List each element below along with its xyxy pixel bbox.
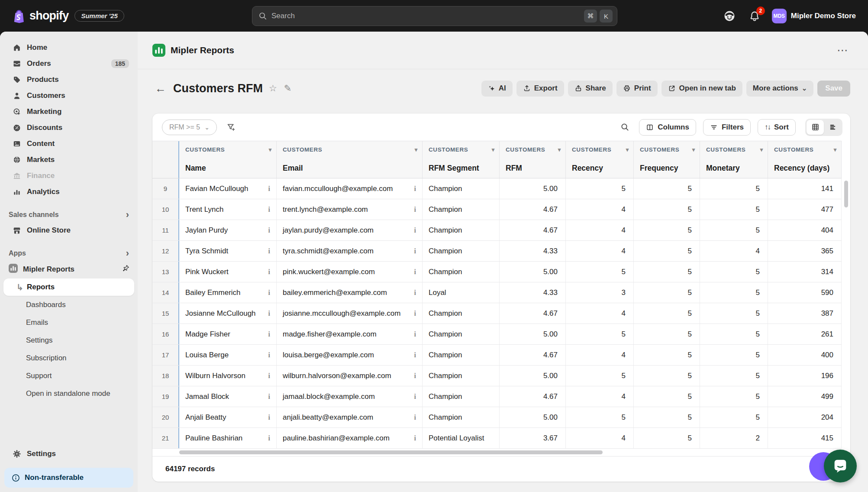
name-cell[interactable]: Louisa Bergei bbox=[178, 345, 277, 365]
column-group-email[interactable]: CUSTOMERS▾ bbox=[277, 141, 423, 158]
rfm-segment-cell[interactable]: Champion bbox=[423, 262, 500, 282]
rfm-cell[interactable]: 4.33 bbox=[500, 282, 566, 303]
search-input[interactable]: Search ⌘ K bbox=[252, 6, 617, 26]
open-new-tab-button[interactable]: Open in new tab bbox=[661, 81, 742, 97]
sidebar-item-marketing[interactable]: Marketing bbox=[3, 104, 134, 120]
sidebar-app-mipler-reports[interactable]: Mipler Reports bbox=[0, 261, 138, 278]
sidebar-item-orders[interactable]: Orders 185 bbox=[3, 55, 134, 71]
back-button[interactable]: ← bbox=[152, 82, 171, 95]
name-cell[interactable]: Josianne McCulloughi bbox=[178, 303, 277, 324]
frequency-cell[interactable]: 5 bbox=[634, 199, 700, 220]
column-header-recency-days[interactable]: Recency (days) bbox=[768, 158, 842, 178]
frequency-cell[interactable]: 5 bbox=[634, 324, 700, 344]
info-icon[interactable]: i bbox=[414, 268, 416, 276]
rfm-segment-cell[interactable]: Champion bbox=[423, 324, 500, 344]
column-group-rfm[interactable]: CUSTOMERS▾ bbox=[500, 141, 566, 158]
recency-cell[interactable]: 4 bbox=[566, 303, 634, 324]
sidebar-item-content[interactable]: Content bbox=[3, 136, 134, 152]
name-cell[interactable]: Anjali Beattyi bbox=[178, 407, 277, 427]
filter-chip-rfm[interactable]: RFM >= 5 ⌄ bbox=[162, 120, 217, 135]
save-button[interactable]: Save bbox=[817, 81, 850, 97]
favorite-star-button[interactable]: ☆ bbox=[265, 83, 281, 94]
monetary-cell[interactable]: 5 bbox=[700, 324, 768, 344]
recency-cell[interactable]: 5 bbox=[566, 178, 634, 199]
frequency-cell[interactable]: 5 bbox=[634, 428, 700, 448]
more-menu-button[interactable]: ⋯ bbox=[837, 44, 849, 57]
sidebar-item-products[interactable]: Products bbox=[3, 71, 134, 87]
sidebar-item-analytics[interactable]: Analytics bbox=[3, 184, 134, 200]
monetary-cell[interactable]: 4 bbox=[700, 241, 768, 261]
email-cell[interactable]: jamaal.block@example.comi bbox=[277, 386, 423, 407]
store-menu[interactable]: MDS Mipler Demo Store bbox=[772, 9, 856, 23]
export-button[interactable]: Export bbox=[516, 81, 564, 97]
name-cell[interactable]: Jamaal Blocki bbox=[178, 386, 277, 407]
email-cell[interactable]: tyra.schmidt@example.comi bbox=[277, 241, 423, 261]
email-cell[interactable]: wilburn.halvorson@example.comi bbox=[277, 366, 423, 386]
apps-section[interactable]: Apps › bbox=[0, 246, 138, 261]
monetary-cell[interactable]: 2 bbox=[700, 428, 768, 448]
columns-button[interactable]: Columns bbox=[639, 119, 696, 136]
table-search-button[interactable] bbox=[617, 120, 632, 135]
share-button[interactable]: Share bbox=[568, 81, 613, 97]
name-cell[interactable]: Favian McCulloughi bbox=[178, 178, 277, 199]
info-icon[interactable]: i bbox=[414, 414, 416, 421]
sidebar-item-online-store[interactable]: Online Store bbox=[3, 222, 134, 238]
rfm-segment-cell[interactable]: Champion bbox=[423, 178, 500, 199]
add-filter-button[interactable] bbox=[224, 120, 239, 135]
recency-cell[interactable]: 4 bbox=[566, 241, 634, 261]
info-icon[interactable]: i bbox=[414, 351, 416, 359]
recency-cell[interactable]: 4 bbox=[566, 386, 634, 407]
monetary-cell[interactable]: 5 bbox=[700, 407, 768, 427]
sales-channels-section[interactable]: Sales channels › bbox=[0, 207, 138, 222]
recency-days-cell[interactable]: 499 bbox=[768, 386, 842, 407]
info-icon[interactable]: i bbox=[414, 434, 416, 442]
rfm-cell[interactable]: 5.00 bbox=[500, 366, 566, 386]
frequency-cell[interactable]: 5 bbox=[634, 282, 700, 303]
info-icon[interactable]: i bbox=[268, 351, 270, 359]
recency-cell[interactable]: 4 bbox=[566, 428, 634, 448]
sidebar-item-settings[interactable]: Settings bbox=[3, 446, 134, 462]
email-cell[interactable]: jaylan.purdy@example.comi bbox=[277, 220, 423, 240]
recency-cell[interactable]: 5 bbox=[566, 366, 634, 386]
sidebar-subitem-reports[interactable]: ↳ Reports bbox=[3, 278, 134, 296]
shopify-logo[interactable]: shopify bbox=[11, 8, 68, 24]
monetary-cell[interactable]: 5 bbox=[700, 345, 768, 365]
info-icon[interactable]: i bbox=[268, 206, 270, 214]
name-cell[interactable]: Pauline Bashiriani bbox=[178, 428, 277, 448]
column-header-monetary[interactable]: Monetary bbox=[700, 158, 768, 178]
recency-cell[interactable]: 5 bbox=[566, 262, 634, 282]
frequency-cell[interactable]: 5 bbox=[634, 303, 700, 324]
notifications-button[interactable]: 2 bbox=[747, 8, 762, 24]
monetary-cell[interactable]: 5 bbox=[700, 199, 768, 220]
chat-launcher-button[interactable] bbox=[824, 450, 857, 482]
column-header-frequency[interactable]: Frequency bbox=[634, 158, 700, 178]
rfm-segment-cell[interactable]: Champion bbox=[423, 386, 500, 407]
column-group-recency-days[interactable]: CUSTOMERS▾ bbox=[768, 141, 842, 158]
recency-cell[interactable]: 5 bbox=[566, 324, 634, 344]
rfm-cell[interactable]: 4.67 bbox=[500, 386, 566, 407]
recency-cell[interactable]: 4 bbox=[566, 345, 634, 365]
info-icon[interactable]: i bbox=[268, 393, 270, 401]
sort-button[interactable]: ↑↓ Sort bbox=[758, 119, 796, 136]
non-transferable-banner[interactable]: Non-transferable bbox=[4, 468, 133, 488]
info-icon[interactable]: i bbox=[414, 185, 416, 193]
column-header-rfm[interactable]: RFM bbox=[500, 158, 566, 178]
rfm-cell[interactable]: 4.67 bbox=[500, 199, 566, 220]
email-cell[interactable]: madge.fisher@example.comi bbox=[277, 324, 423, 344]
rfm-segment-cell[interactable]: Champion bbox=[423, 303, 500, 324]
filters-button[interactable]: Filters bbox=[703, 119, 751, 136]
column-group-segment[interactable]: CUSTOMERS▾ bbox=[423, 141, 500, 158]
sidebar-item-customers[interactable]: Customers bbox=[3, 87, 134, 104]
monetary-cell[interactable]: 5 bbox=[700, 262, 768, 282]
name-cell[interactable]: Jaylan Purdyi bbox=[178, 220, 277, 240]
sidebar-item-discounts[interactable]: Discounts bbox=[3, 120, 134, 136]
frequency-cell[interactable]: 5 bbox=[634, 407, 700, 427]
monetary-cell[interactable]: 5 bbox=[700, 220, 768, 240]
info-icon[interactable]: i bbox=[414, 330, 416, 338]
column-group-name[interactable]: CUSTOMERS▾ bbox=[178, 141, 277, 158]
more-actions-button[interactable]: More actions ⌄ bbox=[746, 81, 813, 97]
column-header-email[interactable]: Email bbox=[277, 158, 423, 178]
frequency-cell[interactable]: 5 bbox=[634, 386, 700, 407]
sidekick-button[interactable] bbox=[722, 8, 737, 24]
info-icon[interactable]: i bbox=[268, 434, 270, 442]
